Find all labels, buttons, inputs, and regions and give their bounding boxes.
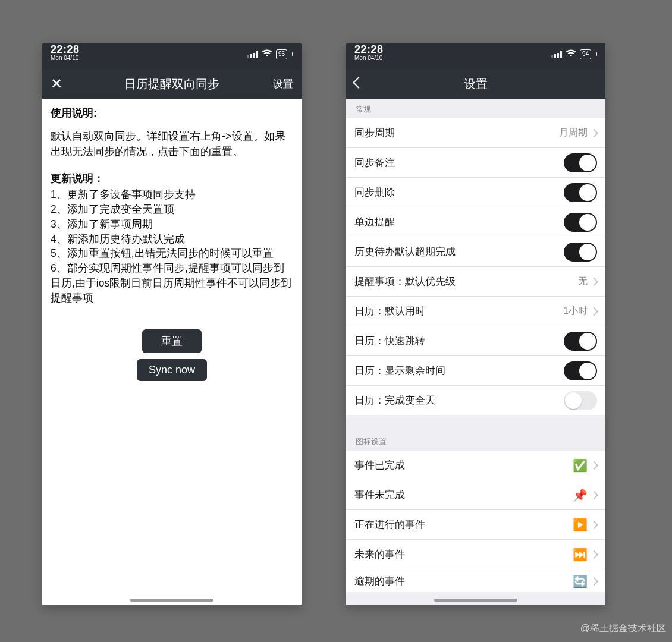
- update-item: 2、添加了完成变全天置顶: [51, 202, 293, 217]
- row-label: 同步周期: [354, 126, 395, 140]
- update-item: 6、部分实现周期性事件同步,提醒事项可以同步到日历,由于ios限制目前日历周期性…: [51, 261, 293, 306]
- reset-button[interactable]: 重置: [142, 329, 202, 353]
- usage-heading: 使用说明:: [51, 106, 293, 120]
- row-value: 1小时: [563, 305, 588, 317]
- row-label: 事件未完成: [354, 488, 405, 502]
- nav-title: 日历提醒双向同步: [84, 76, 260, 92]
- signal-icon: [551, 51, 562, 58]
- settings-button[interactable]: 设置: [260, 77, 293, 91]
- row-icon: ▶️: [573, 518, 588, 532]
- toggle-history_overdue_done[interactable]: [564, 243, 597, 262]
- updates-heading: 更新说明：: [51, 171, 293, 186]
- status-date: Mon 04/10: [354, 55, 384, 61]
- settings-row-calendar_done_full_day[interactable]: 日历：完成变全天: [346, 386, 605, 415]
- toggle-one_side_remind[interactable]: [564, 213, 597, 232]
- row-icon: ⏭️: [573, 547, 588, 562]
- chevron-right-icon: [590, 550, 598, 558]
- settings-row-event_overdue[interactable]: 逾期的事件🔄: [346, 569, 605, 592]
- chevron-right-icon: [590, 520, 598, 528]
- wifi-icon: [262, 49, 272, 59]
- chevron-right-icon: [590, 577, 598, 586]
- wifi-icon: [566, 49, 576, 59]
- status-time: 22:28: [51, 44, 80, 55]
- row-label: 逾期的事件: [354, 574, 405, 588]
- settings-row-event_done[interactable]: 事件已完成✅: [346, 451, 605, 480]
- chevron-right-icon: [590, 490, 598, 499]
- status-time: 22:28: [354, 44, 384, 55]
- chevron-right-icon: [590, 461, 598, 469]
- settings-row-sync_delete[interactable]: 同步删除: [346, 178, 605, 207]
- phone-right: 22:28 Mon 04/10 94 设置 常规 同步周期月周期同步备注同步删除…: [346, 43, 605, 605]
- row-label: 事件已完成: [354, 458, 405, 472]
- row-icon: 🔄: [573, 574, 588, 588]
- battery-icon: 94: [580, 49, 591, 59]
- row-label: 单边提醒: [354, 215, 395, 229]
- row-value: 无: [578, 275, 588, 288]
- back-icon[interactable]: [353, 77, 365, 89]
- nav-bar: 设置: [346, 69, 605, 99]
- row-icon: ✅: [573, 458, 588, 473]
- settings-row-reminder_default_priority[interactable]: 提醒事项：默认优先级无: [346, 267, 605, 297]
- chevron-right-icon: [590, 307, 598, 315]
- chevron-right-icon: [590, 128, 598, 137]
- main-content: 使用说明: 默认自动双向同步。详细设置右上角->设置。如果出现无法同步的情况，点…: [42, 99, 302, 381]
- battery-icon: 95: [276, 49, 287, 59]
- settings-row-event_in_progress[interactable]: 正在进行的事件▶️: [346, 510, 605, 540]
- toggle-sync_notes[interactable]: [564, 153, 597, 172]
- toggle-sync_delete[interactable]: [564, 183, 597, 202]
- row-icon: 📌: [573, 488, 588, 502]
- row-label: 日历：显示剩余时间: [354, 364, 445, 377]
- row-label: 同步备注: [354, 156, 395, 169]
- settings-row-sync_period[interactable]: 同步周期月周期: [346, 118, 605, 148]
- watermark: @稀土掘金技术社区: [580, 622, 666, 635]
- home-indicator[interactable]: [434, 599, 517, 602]
- toggle-calendar_done_full_day[interactable]: [564, 391, 597, 410]
- row-label: 历史待办默认超期完成: [354, 245, 456, 259]
- sync-now-button[interactable]: Sync now: [137, 359, 207, 381]
- settings-row-one_side_remind[interactable]: 单边提醒: [346, 207, 605, 237]
- settings-row-event_undone[interactable]: 事件未完成📌: [346, 480, 605, 510]
- row-label: 同步删除: [354, 185, 395, 199]
- settings-row-history_overdue_done[interactable]: 历史待办默认超期完成: [346, 237, 605, 267]
- update-item: 1、更新了多设备事项同步支持: [51, 187, 293, 202]
- row-label: 日历：快速跳转: [354, 334, 425, 348]
- toggle-calendar_quick_jump[interactable]: [564, 332, 597, 351]
- update-item: 4、新添加历史待办默认完成: [51, 232, 293, 247]
- toggle-calendar_show_remaining[interactable]: [564, 361, 597, 380]
- status-bar: 22:28 Mon 04/10 94: [346, 43, 605, 69]
- section-header-general: 常规: [346, 99, 605, 118]
- settings-row-calendar_quick_jump[interactable]: 日历：快速跳转: [346, 326, 605, 356]
- row-label: 日历：默认用时: [354, 304, 425, 318]
- settings-row-calendar_default_duration[interactable]: 日历：默认用时1小时: [346, 297, 605, 326]
- close-icon[interactable]: ✕: [51, 75, 62, 92]
- signal-icon: [247, 51, 258, 58]
- update-item: 3、添加了新事项周期: [51, 217, 293, 232]
- row-label: 提醒事项：默认优先级: [354, 275, 456, 288]
- row-label: 日历：完成变全天: [354, 394, 435, 407]
- row-value: 月周期: [559, 127, 588, 139]
- section-header-icons: 图标设置: [346, 415, 605, 451]
- nav-bar: ✕ 日历提醒双向同步 设置: [42, 69, 302, 99]
- status-date: Mon 04/10: [51, 55, 80, 61]
- status-bar: 22:28 Mon 04/10 95: [42, 43, 302, 69]
- chevron-right-icon: [590, 277, 598, 285]
- row-label: 未来的事件: [354, 547, 405, 561]
- settings-row-calendar_show_remaining[interactable]: 日历：显示剩余时间: [346, 356, 605, 386]
- row-label: 正在进行的事件: [354, 518, 425, 531]
- settings-scroll[interactable]: 常规 同步周期月周期同步备注同步删除单边提醒历史待办默认超期完成提醒事项：默认优…: [346, 99, 605, 605]
- settings-row-sync_notes[interactable]: 同步备注: [346, 148, 605, 178]
- nav-title: 设置: [388, 76, 564, 92]
- home-indicator[interactable]: [130, 599, 213, 602]
- update-item: 5、添加重置按钮,出错无法同步的时候可以重置: [51, 246, 293, 261]
- settings-row-event_future[interactable]: 未来的事件⏭️: [346, 540, 605, 569]
- usage-paragraph: 默认自动双向同步。详细设置右上角->设置。如果出现无法同步的情况，点击下面的重置…: [51, 128, 293, 159]
- phone-left: 22:28 Mon 04/10 95 ✕ 日历提醒双向同步 设置 使用说明: 默…: [42, 43, 302, 605]
